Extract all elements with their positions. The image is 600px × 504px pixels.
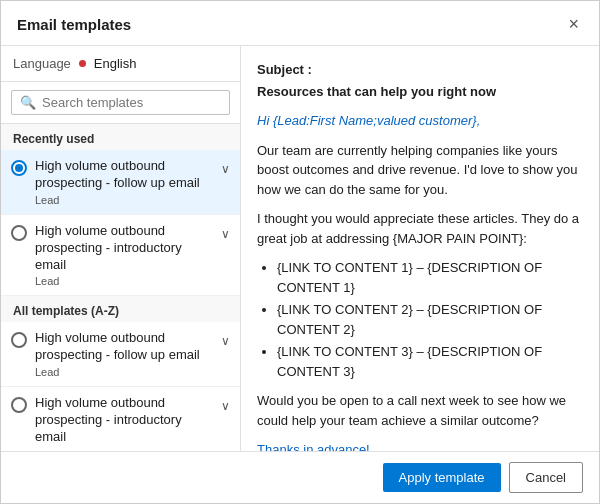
- language-dot-icon: [79, 60, 86, 67]
- email-body: Hi {Lead:First Name;valued customer}, Ou…: [257, 111, 583, 451]
- para1-text: Our team are currently helping companies…: [257, 141, 583, 200]
- radio-button-1[interactable]: [11, 160, 27, 176]
- template-info-1: High volume outbound prospecting - follo…: [35, 158, 213, 206]
- para3-text: Would you be open to a call next week to…: [257, 391, 583, 430]
- content-bullets: {LINK TO CONTENT 1} – {DESCRIPTION OF CO…: [277, 258, 583, 381]
- chevron-down-icon-3: ∨: [221, 334, 230, 348]
- search-input-wrap[interactable]: 🔍: [11, 90, 230, 115]
- radio-button-3[interactable]: [11, 332, 27, 348]
- right-panel: Subject : Resources that can help you ri…: [241, 46, 599, 451]
- language-label: Language: [13, 56, 71, 71]
- search-box: 🔍: [1, 82, 240, 124]
- section-all-templates: All templates (A-Z): [1, 296, 240, 322]
- chevron-down-icon-2: ∨: [221, 227, 230, 241]
- dialog-header: Email templates ×: [1, 1, 599, 46]
- section-recently-used: Recently used: [1, 124, 240, 150]
- chevron-down-icon-4: ∨: [221, 399, 230, 413]
- email-templates-dialog: Email templates × Language English 🔍 R: [0, 0, 600, 504]
- template-name-2: High volume outbound prospecting - intro…: [35, 223, 213, 274]
- template-name-1: High volume outbound prospecting - follo…: [35, 158, 213, 192]
- cancel-button[interactable]: Cancel: [509, 462, 583, 493]
- template-name-4: High volume outbound prospecting - intro…: [35, 395, 213, 446]
- greeting-highlight: Hi {Lead:First Name;valued customer},: [257, 113, 480, 128]
- list-item[interactable]: High volume outbound prospecting - follo…: [1, 150, 240, 215]
- search-input[interactable]: [42, 95, 221, 110]
- template-info-3: High volume outbound prospecting - follo…: [35, 330, 213, 378]
- radio-button-2[interactable]: [11, 225, 27, 241]
- template-name-3: High volume outbound prospecting - follo…: [35, 330, 213, 364]
- language-row: Language English: [1, 46, 240, 82]
- dialog-body: Language English 🔍 Recently used: [1, 46, 599, 451]
- list-item[interactable]: High volume outbound prospecting - intro…: [1, 215, 240, 297]
- template-tag-1: Lead: [35, 194, 213, 206]
- bullet-item: {LINK TO CONTENT 3} – {DESCRIPTION OF CO…: [277, 342, 583, 381]
- thanks-text: Thanks in advance!: [257, 440, 583, 451]
- language-value: English: [94, 56, 137, 71]
- bullet-item: {LINK TO CONTENT 2} – {DESCRIPTION OF CO…: [277, 300, 583, 339]
- radio-button-4[interactable]: [11, 397, 27, 413]
- chevron-down-icon-1: ∨: [221, 162, 230, 176]
- subject-section: Subject : Resources that can help you ri…: [257, 60, 583, 101]
- dialog-title: Email templates: [17, 16, 131, 33]
- apply-template-button[interactable]: Apply template: [383, 463, 501, 492]
- para2-text: I thought you would appreciate these art…: [257, 209, 583, 248]
- template-info-4: High volume outbound prospecting - intro…: [35, 395, 213, 448]
- template-info-2: High volume outbound prospecting - intro…: [35, 223, 213, 288]
- template-list: Recently used High volume outbound prosp…: [1, 124, 240, 451]
- greeting-text: Hi {Lead:First Name;valued customer},: [257, 111, 583, 131]
- subject-value: Resources that can help you right now: [257, 82, 583, 102]
- left-panel: Language English 🔍 Recently used: [1, 46, 241, 451]
- subject-label: Subject :: [257, 62, 312, 77]
- close-button[interactable]: ×: [564, 13, 583, 35]
- list-item[interactable]: High volume outbound prospecting - intro…: [1, 387, 240, 451]
- list-item[interactable]: High volume outbound prospecting - follo…: [1, 322, 240, 387]
- search-icon: 🔍: [20, 95, 36, 110]
- bullet-item: {LINK TO CONTENT 1} – {DESCRIPTION OF CO…: [277, 258, 583, 297]
- dialog-footer: Apply template Cancel: [1, 451, 599, 503]
- template-tag-3: Lead: [35, 366, 213, 378]
- template-tag-2: Lead: [35, 275, 213, 287]
